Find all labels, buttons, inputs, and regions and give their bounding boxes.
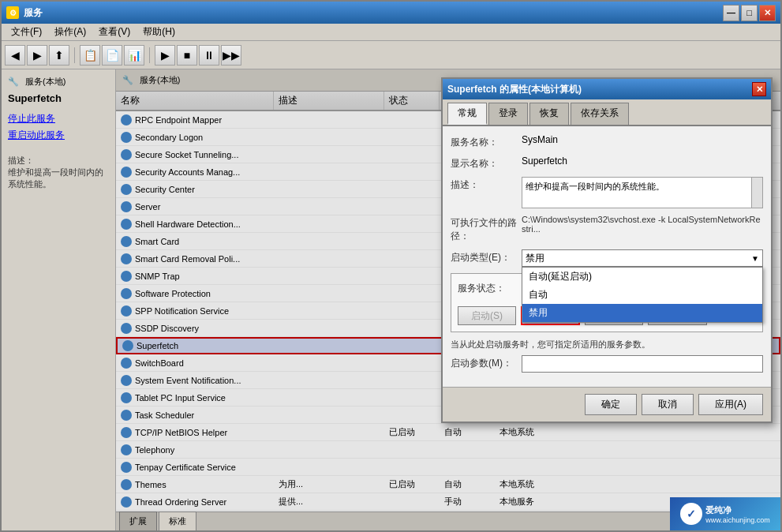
left-header-icon: 🔧	[8, 77, 19, 87]
stop-service-button[interactable]: ■	[177, 45, 197, 66]
service-description: 描述： 维护和提高一段时间内的系统性能。	[8, 155, 109, 190]
toolbar: ◀ ▶ ⬆ 📋 📄 📊 ▶ ■ ⏸ ▶▶	[2, 41, 780, 69]
display-name-row: 显示名称： Superfetch	[451, 155, 763, 170]
left-header-label: 服务(本地)	[25, 76, 65, 88]
startup-type-row: 启动类型(E)： 禁用 ▼ 自动(延迟启动) 自动 禁	[451, 249, 763, 267]
modal-title: Superfetch 的属性(本地计算机)	[447, 83, 752, 96]
up-button[interactable]: ⬆	[49, 45, 69, 66]
service-name-row: 服务名称： SysMain	[451, 134, 763, 149]
modal-close-button[interactable]: ✕	[752, 82, 766, 96]
description-box: 维护和提高一段时间内的系统性能。	[522, 177, 763, 208]
window-title: 服务	[24, 6, 723, 20]
cancel-button[interactable]: 取消	[642, 394, 694, 415]
service-status-label: 服务状态：	[458, 280, 529, 295]
back-button[interactable]: ◀	[5, 45, 25, 66]
modal-overlay: Superfetch 的属性(本地计算机) ✕ 常规 登录 恢复 依存关系	[116, 69, 780, 530]
restart-service-link[interactable]: 重启动此服务	[8, 129, 109, 142]
main-content: 🔧 服务(本地) Superfetch 停止此服务 重启动此服务 描述： 维护和…	[2, 69, 780, 530]
desc-label: 描述：	[8, 155, 34, 165]
exec-path-value: C:\Windows\system32\svchost.exe -k Local…	[522, 215, 763, 234]
modal-tab-login[interactable]: 登录	[488, 103, 528, 125]
exec-path-row: 可执行文件的路径： C:\Windows\system32\svchost.ex…	[451, 215, 763, 243]
properties-dialog: Superfetch 的属性(本地计算机) ✕ 常规 登录 恢复 依存关系	[441, 77, 773, 423]
startup-type-select[interactable]: 禁用 ▼	[522, 249, 763, 267]
start-service-button[interactable]: ▶	[155, 45, 175, 66]
properties-button[interactable]: 📄	[102, 45, 122, 66]
maximize-button[interactable]: □	[741, 5, 758, 21]
forward-button[interactable]: ▶	[27, 45, 47, 66]
window-controls: — □ ✕	[723, 5, 776, 21]
dropdown-arrow-icon: ▼	[751, 254, 759, 263]
description-value: 维护和提高一段时间内的系统性能。	[526, 182, 664, 191]
stop-service-link[interactable]: 停止此服务	[8, 112, 109, 126]
watermark-text: 爱纯净 www.aichunjing.com	[705, 504, 770, 524]
start-params-input[interactable]	[522, 355, 763, 373]
watermark-url: www.aichunjing.com	[705, 516, 770, 524]
modal-title-bar: Superfetch 的属性(本地计算机) ✕	[443, 79, 771, 99]
menu-help[interactable]: 帮助(H)	[137, 24, 181, 40]
left-panel: 🔧 服务(本地) Superfetch 停止此服务 重启动此服务 描述： 维护和…	[2, 69, 116, 530]
menu-action[interactable]: 操作(A)	[48, 24, 92, 40]
toolbar-separator-1	[74, 47, 75, 63]
apply-button[interactable]: 应用(A)	[698, 394, 763, 415]
description-scrollbar[interactable]	[751, 178, 762, 208]
menu-file[interactable]: 文件(F)	[5, 24, 48, 40]
display-name-value: Superfetch	[522, 155, 763, 167]
menu-bar: 文件(F) 操作(A) 查看(V) 帮助(H)	[2, 24, 780, 41]
superfetch-title: Superfetch	[8, 92, 109, 104]
startup-type-label: 启动类型(E)：	[451, 249, 522, 264]
modal-tabs: 常规 登录 恢复 依存关系	[443, 99, 771, 126]
menu-view[interactable]: 查看(V)	[92, 24, 137, 40]
start-service-button[interactable]: 启动(S)	[458, 306, 516, 325]
startup-type-dropdown[interactable]: 禁用 ▼ 自动(延迟启动) 自动 禁用 手动	[522, 249, 763, 267]
show-hide-button[interactable]: 📋	[80, 45, 100, 66]
modal-tab-general[interactable]: 常规	[447, 103, 487, 125]
service-name-label: 服务名称：	[451, 134, 522, 149]
modal-body: 服务名称： SysMain 显示名称： Superfetch 描述：	[443, 126, 771, 387]
desc-text: 维护和提高一段时间内的系统性能。	[8, 167, 103, 189]
ok-button[interactable]: 确定	[585, 394, 637, 415]
close-button[interactable]: ✕	[759, 5, 776, 21]
startup-type-menu[interactable]: 自动(延迟启动) 自动 禁用 手动	[522, 267, 763, 323]
pause-service-button[interactable]: ⏸	[199, 45, 219, 66]
restart-service-button[interactable]: ▶▶	[221, 45, 241, 66]
export-button[interactable]: 📊	[124, 45, 144, 66]
right-area: 🔧 服务(本地) 名称 描述 状态 启动类型 登录 RPC Endpoint M…	[116, 69, 780, 530]
dropdown-option-auto-delayed[interactable]: 自动(延迟启动)	[522, 268, 762, 286]
description-row: 描述： 维护和提高一段时间内的系统性能。	[451, 177, 763, 208]
main-window: ⚙ 服务 — □ ✕ 文件(F) 操作(A) 查看(V) 帮助(H) ◀ ▶ ⬆…	[0, 0, 782, 532]
minimize-button[interactable]: —	[723, 5, 739, 21]
service-name-value: SysMain	[522, 134, 763, 145]
watermark-logo: ✓	[680, 503, 702, 525]
help-text: 当从此处启动服务时，您可指定所适用的服务参数。	[451, 339, 763, 350]
modal-footer: 确定 取消 应用(A)	[443, 387, 771, 421]
tab-standard[interactable]: 标准	[159, 511, 196, 530]
start-params-label: 启动参数(M)：	[451, 355, 522, 370]
title-bar: ⚙ 服务 — □ ✕	[2, 2, 780, 24]
watermark-brand: 爱纯净	[705, 504, 770, 516]
display-name-label: 显示名称：	[451, 155, 522, 170]
exec-path-label: 可执行文件的路径：	[451, 215, 522, 243]
startup-type-current: 禁用	[526, 252, 544, 265]
toolbar-separator-2	[149, 47, 150, 63]
modal-tab-recovery[interactable]: 恢复	[529, 103, 569, 125]
watermark: ✓ 爱纯净 www.aichunjing.com	[670, 497, 780, 530]
window-icon: ⚙	[6, 6, 19, 19]
dropdown-option-disabled[interactable]: 禁用	[522, 304, 762, 322]
dropdown-option-auto[interactable]: 自动	[522, 286, 762, 304]
modal-tab-dependencies[interactable]: 依存关系	[571, 103, 629, 125]
description-label: 描述：	[451, 177, 522, 192]
start-params-row: 启动参数(M)：	[451, 355, 763, 373]
